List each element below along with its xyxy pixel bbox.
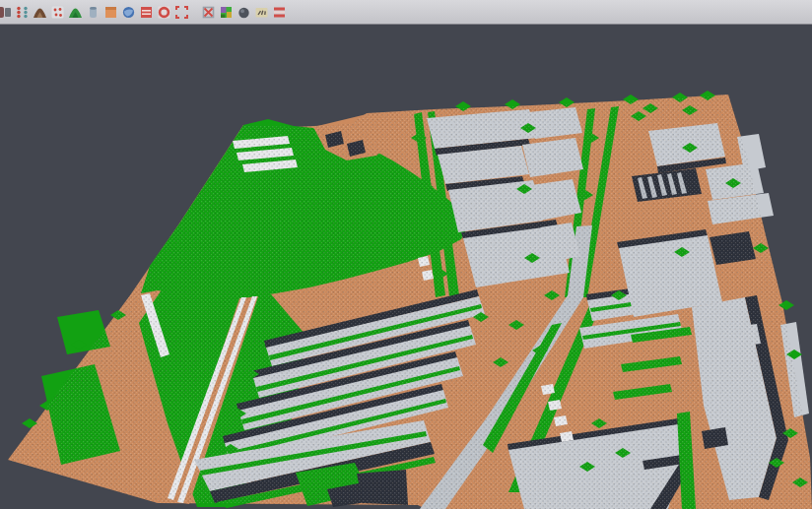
vegetation-icon[interactable]: [66, 1, 84, 23]
histogram-icon[interactable]: [270, 1, 288, 23]
toolbar-separator: [190, 1, 199, 23]
measure-icon[interactable]: [252, 1, 270, 23]
registration-icon[interactable]: [13, 1, 31, 23]
terrain-icon[interactable]: [31, 1, 48, 23]
gear-icon[interactable]: [155, 1, 172, 23]
primitive-icon[interactable]: [84, 1, 102, 23]
selection-icon[interactable]: [172, 1, 190, 23]
point-picking-icon[interactable]: [48, 1, 66, 23]
toolbar: [0, 0, 812, 25]
save-icon[interactable]: [0, 1, 13, 23]
viewport-3d[interactable]: [0, 0, 812, 509]
layers-icon[interactable]: [137, 1, 155, 23]
globe-icon[interactable]: [119, 1, 137, 23]
application-window: [0, 0, 812, 509]
clipping-box-icon[interactable]: [199, 1, 217, 23]
pointcloud-dither-dark: [8, 95, 812, 509]
mesh-icon[interactable]: [235, 1, 252, 23]
plane-icon[interactable]: [102, 1, 119, 23]
classification-icon[interactable]: [217, 1, 235, 23]
